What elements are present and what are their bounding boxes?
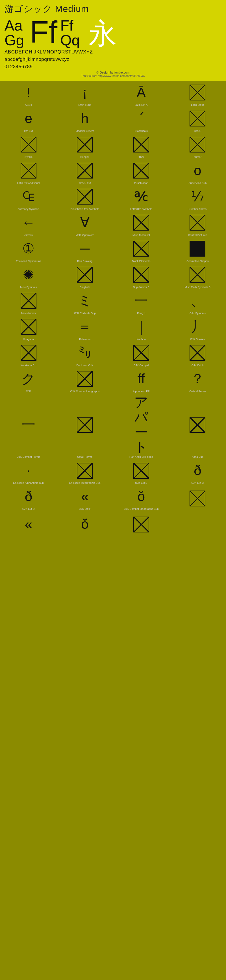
glyph-symbol: « bbox=[81, 489, 89, 504]
char-cell: Misc Technical bbox=[113, 212, 169, 237]
missing-glyph-box bbox=[190, 215, 205, 231]
glyph-symbol: ミ bbox=[78, 293, 92, 309]
char-label: Math Operators bbox=[76, 234, 94, 237]
char-cell: ĀLatin Ext A bbox=[113, 81, 169, 107]
glyph-symbol: Ā bbox=[137, 85, 146, 100]
glyph-symbol: ð bbox=[25, 489, 32, 504]
char-label: Misc Symbols bbox=[20, 285, 37, 289]
glyph-symbol: ← bbox=[22, 215, 35, 230]
char-cell: 一Kangxi bbox=[113, 290, 169, 315]
char-label: Vertical Forms bbox=[189, 390, 206, 393]
char-cell: !ASCII bbox=[0, 81, 57, 107]
glyph-symbol: e bbox=[25, 111, 32, 126]
char-label: Dingbats bbox=[80, 285, 90, 289]
char-cell: Control Pictures bbox=[170, 212, 226, 237]
char-label: Number Forms bbox=[189, 207, 207, 210]
glyph-symbol: 一 bbox=[134, 293, 148, 309]
char-label: CJK Ext F bbox=[79, 507, 91, 511]
char-cell: ŏCJK Compat Ideographs Sup bbox=[113, 486, 169, 511]
char-cell: Latin Ext B bbox=[170, 81, 226, 107]
missing-glyph-box bbox=[77, 189, 93, 205]
char-cell: eIPA Ext bbox=[0, 108, 57, 133]
glyph-symbol: ˊ bbox=[138, 111, 145, 126]
char-cell: クCJK bbox=[0, 368, 57, 393]
char-label: Punctuation bbox=[134, 181, 148, 185]
missing-glyph-box bbox=[133, 241, 149, 256]
glyph-symbol: ff bbox=[137, 371, 145, 387]
char-grid: !ASCII¡Latin I SupĀLatin Ext ALatin Ext … bbox=[0, 81, 226, 538]
char-cell: ¡Latin I Sup bbox=[57, 81, 113, 107]
char-cell bbox=[113, 512, 169, 537]
char-cell: ←Arrows bbox=[0, 212, 57, 237]
missing-glyph-box bbox=[133, 137, 149, 153]
missing-glyph-box bbox=[77, 137, 93, 153]
char-label: Misc Technical bbox=[133, 234, 150, 237]
char-label: CJK Compat bbox=[134, 364, 149, 367]
char-cell: Greek bbox=[170, 108, 226, 133]
char-label: IPA Ext bbox=[24, 129, 33, 132]
char-label: CJK Compat Forms bbox=[17, 455, 40, 458]
char-cell: Misc Arrows bbox=[0, 290, 57, 315]
char-cell: CJK Compat Ideographs bbox=[57, 368, 113, 393]
char-cell: ℀Letterlike Symbols bbox=[113, 186, 169, 211]
missing-glyph-box bbox=[77, 267, 93, 283]
char-label: CJK Compat Ideographs Sup bbox=[124, 507, 159, 511]
char-label: Diacriticals For Symbols bbox=[70, 207, 99, 210]
glyph-symbol: h bbox=[81, 111, 89, 126]
char-cell: 一CJK Compat Forms bbox=[0, 394, 57, 459]
char-cell: ＝Katakana bbox=[57, 316, 113, 341]
char-cell: Sup Arrows B bbox=[113, 264, 169, 289]
missing-glyph-box bbox=[21, 163, 36, 178]
char-cell: Thai bbox=[113, 134, 169, 159]
missing-glyph-box bbox=[77, 463, 93, 479]
char-label: Cyrillic bbox=[25, 155, 33, 158]
char-label: Katakana Ext bbox=[21, 364, 36, 367]
char-label: Enclosed Alphanums bbox=[16, 259, 41, 262]
char-cell: ŏ bbox=[57, 512, 113, 537]
missing-glyph-box bbox=[133, 345, 149, 361]
char-label: Kana Sup bbox=[191, 455, 204, 458]
char-label: Small Forms bbox=[77, 455, 92, 458]
glyph-symbol: ŏ bbox=[137, 489, 145, 504]
sample-ff2: Ff bbox=[60, 18, 80, 33]
char-label: CJK bbox=[26, 390, 31, 393]
glyph-symbol: ð bbox=[194, 463, 201, 478]
char-label: Bengali bbox=[80, 155, 89, 158]
font-title: 游ゴシック Medium bbox=[5, 3, 221, 15]
char-cell: Diacriticals For Symbols bbox=[57, 186, 113, 211]
glyph-symbol: ㍉ bbox=[78, 345, 92, 360]
char-label: Box Drawing bbox=[77, 259, 92, 262]
missing-glyph-box bbox=[21, 319, 36, 335]
glyph-symbol: アパート bbox=[134, 395, 148, 455]
char-cell: ─Box Drawing bbox=[57, 238, 113, 263]
glyph-symbol: ＝ bbox=[78, 320, 92, 334]
char-cell: Small Forms bbox=[57, 394, 113, 459]
glyph-symbol: ⅐ bbox=[191, 189, 204, 204]
char-label: Latin Ext A bbox=[135, 103, 147, 107]
sample-gg: Gg bbox=[5, 33, 24, 48]
sample-cjk: 永 bbox=[89, 19, 117, 48]
missing-glyph-box bbox=[190, 490, 205, 506]
char-cell: Greek Ext bbox=[57, 159, 113, 185]
char-cell: « bbox=[0, 512, 57, 537]
char-label: Latin Ext Additional bbox=[17, 181, 40, 185]
glyph-symbol: ① bbox=[22, 241, 35, 256]
glyph-symbol: ｜ bbox=[134, 320, 148, 334]
missing-glyph-box bbox=[77, 371, 93, 387]
missing-glyph-box bbox=[21, 345, 36, 361]
char-cell: Kana Sup bbox=[170, 394, 226, 459]
char-cell: ㍉Enclosed CJK bbox=[57, 342, 113, 367]
char-label: CJK Ext B bbox=[135, 481, 147, 484]
char-label: Letterlike Symbols bbox=[130, 207, 152, 210]
char-cell: ðCJK Ext C bbox=[170, 460, 226, 485]
char-cell: Hiragana bbox=[0, 316, 57, 341]
char-cell: ？Vertical Forms bbox=[170, 368, 226, 393]
char-label: Misc Math Symbols B bbox=[185, 285, 210, 289]
char-label: Alphabetic PF bbox=[133, 390, 149, 393]
char-cell: Block Elements bbox=[113, 238, 169, 263]
char-label: Thai bbox=[139, 155, 144, 158]
char-cell: oSuper And Sub bbox=[170, 159, 226, 185]
char-cell: ∀Math Operators bbox=[57, 212, 113, 237]
missing-glyph-box bbox=[133, 463, 149, 479]
char-cell: ˊDiacriticals bbox=[113, 108, 169, 133]
